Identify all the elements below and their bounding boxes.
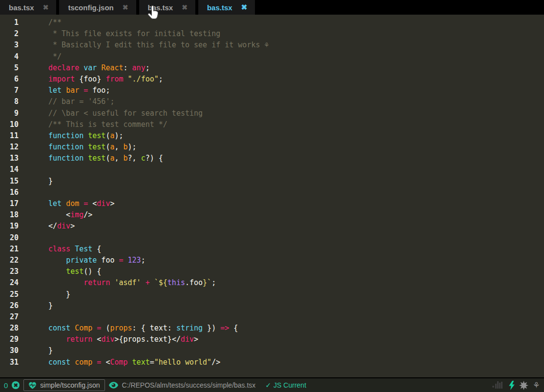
code-line[interactable]: 11function test(a); — [0, 130, 544, 142]
file-path[interactable]: C:/REPOS/alm/tests/success/simple/bas.ts… — [122, 381, 256, 389]
line-content: let bar = foo; — [48, 85, 110, 96]
tab-close-icon[interactable]: ✖ — [241, 3, 248, 12]
code-line[interactable]: 10/** This is test comment */ — [0, 119, 544, 130]
line-number: 12 — [0, 142, 19, 153]
line-number: 1 — [0, 17, 19, 28]
line-number: 15 — [0, 176, 19, 187]
heart-pulse-icon — [28, 382, 37, 389]
line-number: 31 — [0, 357, 19, 368]
line-content: return <div>{props.text}</div> — [48, 334, 198, 345]
lightning-bolt-icon[interactable] — [509, 381, 515, 390]
line-content: const Comp = (props: { text: string }) =… — [48, 323, 238, 334]
code-line[interactable]: 9// \bar < useful for search testing — [0, 108, 544, 119]
code-line[interactable]: 17let dom = <div> — [0, 198, 544, 209]
tab-close-icon[interactable]: ✖ — [123, 3, 128, 11]
line-content: import {foo} from "./foo"; — [48, 74, 163, 85]
editor-window: bas.tsx✖tsconfig.json✖bas.tsx✖bas.tsx✖ 1… — [0, 0, 544, 392]
line-content: /** This is test comment */ — [48, 119, 167, 130]
code-line[interactable]: 1/** — [0, 17, 544, 28]
code-line[interactable]: 2 * This file exists for initial testing — [0, 28, 544, 40]
status-bar: 0 ✖ simple/tsconfig.json C:/REPOS/a — [0, 377, 544, 392]
line-content: function test(a, b?, c?) { — [48, 153, 163, 164]
line-number: 20 — [0, 232, 19, 244]
line-number: 16 — [0, 187, 19, 198]
js-status-label: JS Current — [273, 381, 306, 389]
code-line[interactable]: 3 * Basically I edit this file to see if… — [0, 40, 544, 51]
line-content: } — [48, 345, 53, 356]
line-number: 21 — [0, 244, 19, 255]
code-line[interactable]: 30} — [0, 345, 544, 356]
line-number: 4 — [0, 51, 19, 62]
tab-close-icon[interactable]: ✖ — [182, 3, 188, 11]
check-icon: ✓ — [265, 381, 271, 389]
code-line[interactable]: 12function test(a, b); — [0, 142, 544, 153]
flower-icon[interactable]: ⚘ — [533, 381, 540, 390]
line-number: 14 — [0, 164, 19, 175]
code-line[interactable]: 26} — [0, 300, 544, 311]
line-number: 10 — [0, 119, 19, 130]
js-status[interactable]: ✓ JS Current — [265, 381, 306, 389]
star-burst-icon[interactable] — [519, 381, 528, 390]
code-line[interactable]: 22 private foo = 123; — [0, 255, 544, 266]
line-number: 25 — [0, 289, 19, 300]
code-line[interactable]: 5declare var React: any; — [0, 62, 544, 74]
code-line[interactable]: 15} — [0, 176, 544, 187]
code-line[interactable]: 18 <img/> — [0, 209, 544, 221]
output-bars-icon[interactable] — [492, 381, 504, 390]
code-line[interactable]: 23 test() { — [0, 266, 544, 277]
code-line[interactable]: 14 — [0, 164, 544, 175]
error-count[interactable]: 0 — [4, 381, 8, 390]
line-number: 19 — [0, 221, 19, 232]
line-number: 23 — [0, 266, 19, 277]
line-content: let dom = <div> — [48, 198, 114, 209]
code-line[interactable]: 21class Test { — [0, 244, 544, 255]
tab-bas.tsx[interactable]: bas.tsx✖ — [198, 0, 255, 15]
code-line[interactable]: 6import {foo} from "./foo"; — [0, 74, 544, 85]
line-content: */ — [48, 51, 62, 62]
code-line[interactable]: 29 return <div>{props.text}</div> — [0, 334, 544, 345]
code-line[interactable]: 4 */ — [0, 51, 544, 62]
code-line[interactable]: 27 — [0, 311, 544, 323]
status-bar-left: 0 ✖ simple/tsconfig.json C:/REPOS/a — [0, 379, 492, 391]
active-project-label: simple/tsconfig.json — [40, 381, 100, 389]
line-number: 7 — [0, 85, 19, 96]
eye-icon[interactable] — [109, 382, 118, 389]
active-project-button[interactable]: simple/tsconfig.json — [23, 379, 105, 391]
line-content: } — [48, 300, 53, 311]
line-number: 3 — [0, 40, 19, 51]
line-content: declare var React: any; — [48, 62, 150, 74]
code-line[interactable]: 13function test(a, b?, c?) { — [0, 153, 544, 164]
tab-bas.tsx[interactable]: bas.tsx✖ — [139, 0, 195, 15]
line-content: /** — [48, 17, 62, 28]
code-editor[interactable]: 1/**2 * This file exists for initial tes… — [0, 15, 544, 377]
line-content: // bar = '456'; — [48, 96, 114, 107]
line-content: * This file exists for initial testing — [48, 28, 220, 40]
tab-bas.tsx[interactable]: bas.tsx✖ — [0, 0, 56, 15]
code-line[interactable]: 24 return 'asdf' + `${this.foo}`; — [0, 277, 544, 289]
tab-label: bas.tsx — [148, 3, 173, 12]
line-number: 5 — [0, 62, 19, 74]
clear-errors-icon[interactable]: ✖ — [12, 381, 20, 389]
code-line[interactable]: 19</div> — [0, 221, 544, 232]
line-content: const comp = <Comp text="hello world"/> — [48, 357, 220, 368]
code-line[interactable]: 8// bar = '456'; — [0, 96, 544, 107]
line-content: function test(a); — [48, 130, 124, 142]
line-content: </div> — [48, 221, 75, 232]
code-line[interactable]: 31const comp = <Comp text="hello world"/… — [0, 357, 544, 368]
line-content: test() { — [48, 266, 101, 277]
line-content: return 'asdf' + `${this.foo}`; — [48, 277, 216, 289]
tab-label: tsconfig.json — [68, 3, 113, 12]
tab-tsconfig.json[interactable]: tsconfig.json✖ — [59, 0, 136, 15]
tab-close-icon[interactable]: ✖ — [43, 3, 49, 11]
code-line[interactable]: 16 — [0, 187, 544, 198]
code-line[interactable]: 28const Comp = (props: { text: string })… — [0, 323, 544, 334]
line-number: 29 — [0, 334, 19, 345]
code-line[interactable]: 7let bar = foo; — [0, 85, 544, 96]
line-number: 26 — [0, 300, 19, 311]
line-content: <img/> — [48, 209, 92, 221]
line-number: 2 — [0, 28, 19, 40]
code-line[interactable]: 20 — [0, 232, 544, 244]
line-number: 9 — [0, 108, 19, 119]
line-content: class Test { — [48, 244, 101, 255]
code-line[interactable]: 25 } — [0, 289, 544, 300]
